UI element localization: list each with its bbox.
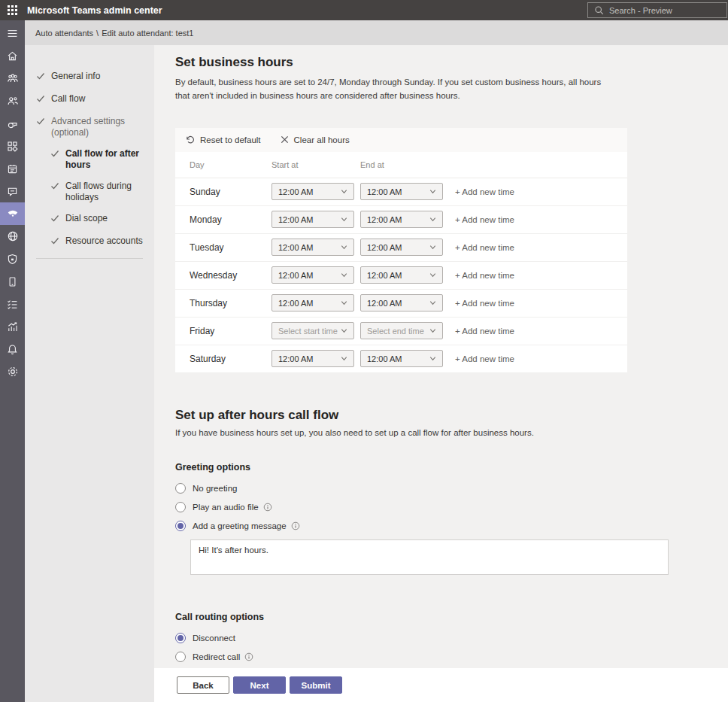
- end-time-select[interactable]: Select end time: [360, 322, 443, 339]
- call-routing-options-title: Call routing options: [175, 612, 728, 622]
- rail-item[interactable]: [0, 90, 25, 112]
- hours-toolbar: Reset to default Clear all hours: [175, 128, 627, 152]
- end-time-select[interactable]: 12:00 AM: [360, 239, 443, 256]
- end-time-select[interactable]: 12:00 AM: [360, 266, 443, 284]
- page-title: Set business hours: [175, 55, 728, 70]
- teams-apps-icon: [6, 140, 19, 153]
- analytics-icon: [6, 321, 19, 333]
- end-time-select[interactable]: 12:00 AM: [360, 211, 443, 228]
- business-hours-card: Reset to default Clear all hours Day: [175, 128, 627, 373]
- table-row: Monday 12:00 AM 12:00 AM: [175, 206, 627, 234]
- check-icon: [50, 181, 59, 193]
- add-new-time-link[interactable]: + Add new time: [455, 271, 514, 280]
- end-time-select[interactable]: 12:00 AM: [360, 183, 443, 200]
- top-bar: Microsoft Teams admin center Search - Pr…: [0, 0, 728, 20]
- greeting-message-textarea[interactable]: Hi! It's after hours.: [190, 539, 669, 575]
- rail-item[interactable]: [0, 44, 25, 67]
- chevron-down-icon: [340, 354, 348, 363]
- clear-all-hours-button[interactable]: Clear all hours: [281, 135, 350, 144]
- search-icon: [594, 5, 604, 15]
- day-label: Friday: [175, 326, 271, 336]
- end-time-select[interactable]: 12:00 AM: [360, 294, 443, 311]
- rail-item[interactable]: [0, 22, 25, 44]
- next-button[interactable]: Next: [233, 676, 286, 694]
- wizard-step[interactable]: Resource accounts: [50, 236, 154, 248]
- start-time-select[interactable]: 12:00 AM: [271, 239, 354, 256]
- rail-item[interactable]: [0, 338, 25, 360]
- search-input[interactable]: Search - Preview: [587, 2, 727, 18]
- radio-option[interactable]: Redirect call: [175, 648, 728, 667]
- call-routing-options-group: Disconnect Redirect call: [175, 629, 728, 667]
- waffle-icon[interactable]: [0, 5, 25, 15]
- chevron-down-icon: [340, 327, 348, 335]
- breadcrumb-link[interactable]: Auto attendants: [35, 29, 93, 38]
- wizard-step[interactable]: General info: [36, 71, 154, 84]
- reset-to-default-button[interactable]: Reset to default: [185, 135, 261, 144]
- home-icon: [6, 50, 19, 62]
- back-button[interactable]: Back: [177, 676, 229, 694]
- add-new-time-link[interactable]: + Add new time: [455, 187, 514, 196]
- add-new-time-link[interactable]: + Add new time: [455, 327, 514, 336]
- add-new-time-link[interactable]: + Add new time: [455, 354, 514, 363]
- radio-option[interactable]: No greeting: [175, 479, 728, 498]
- chevron-down-icon: [340, 271, 348, 279]
- nav-divider: [36, 258, 143, 259]
- check-icon: [36, 94, 45, 106]
- start-time-select[interactable]: Select start time: [271, 322, 354, 339]
- rail-item[interactable]: [0, 248, 25, 270]
- rail-item[interactable]: [0, 202, 25, 225]
- radio-option[interactable]: Play an audio file: [175, 498, 728, 517]
- check-icon: [50, 214, 59, 226]
- start-time-select[interactable]: 12:00 AM: [271, 350, 354, 367]
- voice-icon: [6, 207, 20, 220]
- add-new-time-link[interactable]: + Add new time: [455, 243, 514, 252]
- rail-item[interactable]: [0, 67, 25, 90]
- rail-item[interactable]: [0, 293, 25, 315]
- add-new-time-link[interactable]: + Add new time: [455, 299, 514, 308]
- breadcrumb-separator: \: [96, 29, 99, 38]
- chevron-down-icon: [429, 354, 437, 363]
- wizard-step[interactable]: Call flow for after hours: [50, 148, 154, 171]
- day-label: Tuesday: [175, 242, 271, 253]
- wizard-step[interactable]: Call flows during holidays: [50, 181, 154, 203]
- submit-button[interactable]: Submit: [290, 676, 342, 694]
- after-hours-title: Set up after hours call flow: [175, 408, 728, 423]
- rail-item[interactable]: [0, 225, 25, 248]
- search-placeholder: Search - Preview: [609, 6, 672, 15]
- rail-item[interactable]: [0, 157, 25, 180]
- end-time-select[interactable]: 12:00 AM: [360, 350, 443, 367]
- add-new-time-link[interactable]: + Add new time: [455, 215, 514, 224]
- check-icon: [36, 71, 45, 84]
- column-header-start: Start at: [271, 160, 360, 169]
- radio-circle: [175, 502, 186, 512]
- start-time-select[interactable]: 12:00 AM: [271, 294, 354, 311]
- meetings-icon: [6, 163, 19, 175]
- start-time-select[interactable]: 12:00 AM: [271, 266, 354, 284]
- table-row: Friday Select start time Select: [175, 318, 627, 345]
- start-time-select[interactable]: 12:00 AM: [271, 211, 354, 228]
- rail-item[interactable]: [0, 112, 25, 135]
- chevron-down-icon: [429, 243, 437, 251]
- rail-item[interactable]: [0, 315, 25, 338]
- rail-item[interactable]: [0, 135, 25, 157]
- teams-icon: [6, 71, 20, 85]
- radio-option[interactable]: Disconnect: [175, 629, 728, 648]
- radio-option[interactable]: Add a greeting message: [175, 517, 728, 536]
- rail-item[interactable]: [0, 360, 25, 383]
- start-time-select[interactable]: 12:00 AM: [271, 183, 354, 200]
- day-label: Thursday: [175, 298, 271, 308]
- table-row: Sunday 12:00 AM 12:00 AM: [175, 178, 627, 206]
- day-label: Monday: [175, 214, 271, 225]
- wizard-step[interactable]: Dial scope: [50, 213, 154, 226]
- wizard-step[interactable]: Call flow: [36, 93, 154, 106]
- rail-item[interactable]: [0, 270, 25, 293]
- greeting-options-title: Greeting options: [175, 462, 728, 473]
- greeting-options-group: No greeting Play an audio file: [175, 479, 728, 536]
- settings-icon: [6, 365, 20, 378]
- chevron-down-icon: [429, 271, 437, 279]
- rail-item[interactable]: [0, 180, 25, 202]
- radio-circle: [175, 521, 186, 531]
- chevron-down-icon: [429, 327, 437, 335]
- wizard-step[interactable]: Advanced settings (optional): [36, 116, 154, 138]
- table-row: Wednesday 12:00 AM 12:00 AM: [175, 262, 627, 290]
